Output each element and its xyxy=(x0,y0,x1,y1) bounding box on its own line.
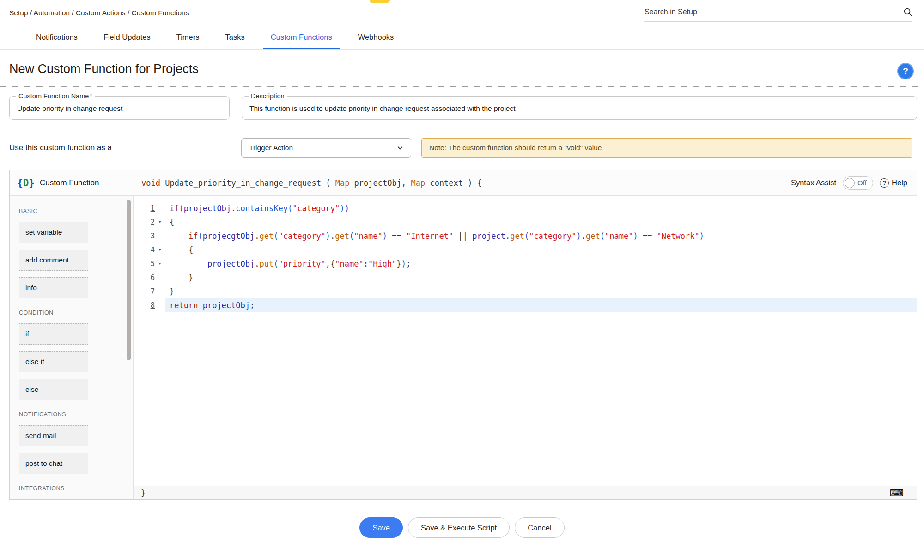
breadcrumb[interactable]: Setup / Automation / Custom Actions / Cu… xyxy=(9,7,189,17)
tab-custom-functions[interactable]: Custom Functions xyxy=(263,27,340,49)
code-text[interactable]: { xyxy=(165,215,917,229)
code-token: { xyxy=(170,245,193,255)
code-token: ( xyxy=(524,231,529,241)
code-text[interactable]: projectObj.put("priority",{"name":"High"… xyxy=(165,257,917,271)
sidebar-item-set-variable[interactable]: set variable xyxy=(19,222,88,243)
line-number[interactable]: 1 xyxy=(134,201,155,215)
void-note: Note: The custom function should return … xyxy=(421,138,912,158)
code-token: ) xyxy=(383,231,387,241)
code-text[interactable]: return projectObj; xyxy=(165,298,917,312)
tab-notifications[interactable]: Notifications xyxy=(29,27,85,49)
sidebar-heading: CONDITION xyxy=(19,310,133,316)
editor-help-button[interactable]: ? Help xyxy=(880,178,907,188)
code-token: . xyxy=(581,231,586,241)
keyboard-icon[interactable]: ⌨ xyxy=(890,488,904,498)
setup-search xyxy=(644,7,912,22)
code-token: ( xyxy=(198,231,202,241)
code-token: == xyxy=(387,231,406,241)
code-token: ; xyxy=(250,301,255,310)
code-token: . xyxy=(231,204,236,213)
form-fields: Custom Function Name* Description xyxy=(0,87,924,120)
editor-help-label: Help xyxy=(892,178,907,187)
closing-brace: } xyxy=(141,488,146,498)
panel-title-cell: {D} Custom Function xyxy=(10,170,133,195)
fold-spacer xyxy=(155,298,165,312)
code-token: ) xyxy=(401,259,406,268)
cancel-button[interactable]: Cancel xyxy=(515,517,564,538)
line-number[interactable]: 3 xyxy=(134,229,155,243)
use-as-row: Use this custom function as a Trigger Ac… xyxy=(0,138,924,158)
search-icon[interactable] xyxy=(903,7,912,17)
code-token xyxy=(170,231,188,241)
line-number[interactable]: 5 xyxy=(134,257,155,271)
custom-function-name-field: Custom Function Name* xyxy=(9,92,230,120)
title-row: New Custom Function for Projects ? xyxy=(0,50,924,87)
sidebar-item-info[interactable]: info xyxy=(19,277,88,298)
search-input[interactable] xyxy=(644,8,899,16)
fold-spacer xyxy=(155,285,165,298)
code-token: == xyxy=(638,231,657,241)
line-number[interactable]: 6 xyxy=(134,271,155,285)
name-label: Custom Function Name* xyxy=(16,92,95,100)
code-token: } xyxy=(170,287,174,296)
sidebar-item-post-to-chat[interactable]: post to chat xyxy=(19,453,88,474)
code-token: } xyxy=(396,259,401,268)
code-token: "name" xyxy=(354,231,382,241)
fold-arrow-icon[interactable]: ▾ xyxy=(155,257,165,271)
sidebar-heading: NOTIFICATIONS xyxy=(19,411,133,418)
line-number[interactable]: 7 xyxy=(134,285,155,298)
custom-function-panel: {D} Custom Function void Update_priority… xyxy=(9,170,917,500)
snippet-sidebar: BASICset variableadd commentinfoCONDITIO… xyxy=(10,196,133,499)
tab-webhooks[interactable]: Webhooks xyxy=(351,27,401,49)
fold-spacer xyxy=(155,271,165,285)
code-token: "priority" xyxy=(278,259,325,268)
syntax-assist-toggle[interactable]: Off xyxy=(843,176,873,190)
tab-field-updates[interactable]: Field Updates xyxy=(96,27,158,49)
function-type-select[interactable]: Trigger Action xyxy=(241,138,411,158)
sidebar-scrollbar[interactable] xyxy=(127,200,131,360)
code-text[interactable]: if(projecgtObj.get("category").get("name… xyxy=(165,229,917,243)
description-input[interactable] xyxy=(249,101,910,114)
code-line: 7} xyxy=(134,285,917,298)
sidebar-item-add-comment[interactable]: add comment xyxy=(19,250,88,271)
page-help-icon[interactable]: ? xyxy=(897,63,914,79)
line-number[interactable]: 4 xyxy=(134,243,155,257)
page-title: New Custom Function for Projects xyxy=(9,62,912,76)
save-execute-script-button[interactable]: Save & Execute Script xyxy=(408,517,510,538)
save-button[interactable]: Save xyxy=(359,517,403,538)
code-token: containsKey xyxy=(236,204,288,213)
code-token: } xyxy=(170,273,193,282)
sidebar-heading: INTEGRATIONS xyxy=(19,485,133,492)
code-line: 5▾ projectObj.put("priority",{"name":"Hi… xyxy=(134,257,917,271)
help-question-icon: ? xyxy=(880,178,889,188)
tab-timers[interactable]: Timers xyxy=(169,27,207,49)
code-token: ( xyxy=(600,231,605,241)
code-token: projectObj xyxy=(203,301,250,310)
panel-body: BASICset variableadd commentinfoCONDITIO… xyxy=(10,196,917,499)
code-token: projectObj xyxy=(207,259,255,268)
sidebar-item-if[interactable]: if xyxy=(19,323,88,345)
name-input[interactable] xyxy=(16,101,223,114)
line-number[interactable]: 8 xyxy=(134,298,155,312)
sidebar-item-else[interactable]: else xyxy=(19,379,88,400)
panel-controls: Syntax Assist Off ? Help xyxy=(791,176,917,190)
line-number[interactable]: 2 xyxy=(134,215,155,229)
function-signature: void Update_priority_in_change_request (… xyxy=(133,178,482,188)
code-text[interactable]: } xyxy=(165,271,917,285)
sidebar-section: CONDITIONifelse ifelse xyxy=(19,310,133,400)
code-token: put xyxy=(260,259,274,268)
code-token: context ) { xyxy=(425,178,482,188)
code-text[interactable]: if(projectObj.containsKey("category")) xyxy=(165,201,917,215)
code-token: projectObj xyxy=(184,204,231,213)
tab-tasks[interactable]: Tasks xyxy=(218,27,252,49)
code-text[interactable]: { xyxy=(165,243,917,257)
sidebar-item-else-if[interactable]: else if xyxy=(19,351,88,372)
custom-function-icon: {D} xyxy=(17,177,35,189)
code-editor[interactable]: 1if(projectObj.containsKey("category"))2… xyxy=(134,196,917,486)
code-token: Map xyxy=(335,178,350,188)
panel-header: {D} Custom Function void Update_priority… xyxy=(10,170,917,196)
fold-arrow-icon[interactable]: ▾ xyxy=(155,215,165,229)
code-text[interactable]: } xyxy=(165,285,917,298)
fold-arrow-icon[interactable]: ▾ xyxy=(155,243,165,257)
sidebar-item-send-mail[interactable]: send mail xyxy=(19,425,88,446)
